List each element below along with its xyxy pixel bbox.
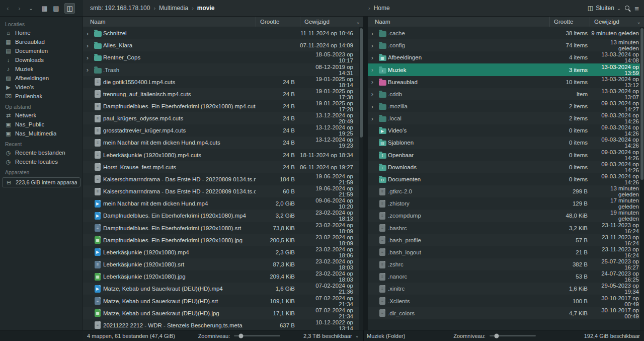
file-row[interactable]: .xinitrc1,6 KiB29-05-2023 op 19:34 (368, 283, 644, 295)
menu-icon[interactable]: ≡ (634, 4, 639, 13)
file-row[interactable]: Matze, Kebab und Sauerkraut (DEU)(HD).jp… (83, 307, 363, 319)
column-header-size[interactable]: Grootte (549, 17, 590, 27)
left-pane-scrollbar[interactable] (359, 27, 363, 330)
file-row[interactable]: mein Nachbar mit dem dicken Hund.mp4.cut… (83, 137, 363, 149)
sidebar-item-bureaublad[interactable]: ▦Bureaublad (0, 37, 83, 46)
file-row[interactable]: Openbaar0 items09-03-2024 op 14:26 (368, 149, 644, 161)
sidebar-item-video-s[interactable]: ▶Video's (0, 83, 83, 92)
expander-icon[interactable]: › (368, 103, 377, 110)
file-row[interactable]: Kaiserschmarrndrama - Das Erste HD - 202… (83, 185, 363, 197)
file-row[interactable]: die gotik1550400.l.mp4.cuts24 B19-01-202… (83, 76, 363, 88)
scrollbar-thumb[interactable] (640, 28, 643, 180)
sidebar-item-muziek[interactable]: ♪Muziek (0, 64, 83, 74)
zoom-slider-knob[interactable] (494, 333, 499, 338)
expander-icon[interactable]: › (368, 91, 377, 97)
file-row[interactable]: .bash_profile57 B23-11-2023 op 16:24 (368, 234, 644, 246)
file-row[interactable]: .zhistory129 B17 minuten geleden (368, 197, 644, 210)
expander-icon[interactable]: › (368, 42, 377, 49)
expander-icon[interactable]: › (368, 66, 377, 73)
file-row[interactable]: ›.local2 items09-03-2024 op 14:26 (368, 112, 644, 124)
file-row[interactable]: ›.mozilla2 items09-03-2024 op 14:27 (368, 100, 644, 112)
expander-icon[interactable]: › (368, 30, 377, 37)
file-row[interactable]: ›Rentner_Cops18-05-2023 op 10:17 (83, 51, 363, 63)
file-row[interactable]: mein Nachbar mit dem dicken Hund.mp42,0 … (83, 197, 363, 210)
file-row[interactable]: Sjablonen0 items09-03-2024 op 14:26 (368, 137, 644, 149)
file-row[interactable]: Leberkäsjunkie (1920x1080).srt87,3 KiB23… (83, 258, 363, 270)
file-row[interactable]: Matze, Kebab und Sauerkraut (DEU)(HD).mp… (83, 283, 363, 295)
sidebar-item-downloads[interactable]: ↓Downloads (0, 55, 83, 64)
file-row[interactable]: Dampfnudelblues. Ein Eberhoferkrimi (192… (83, 222, 363, 234)
zoom-slider[interactable] (490, 335, 536, 336)
file-row[interactable]: ›.config74 items13 minuten geleden (368, 39, 644, 51)
file-row[interactable]: ›.Trash08-12-2019 op 14:31 (83, 63, 363, 76)
icon-view-button[interactable]: ▦ (39, 3, 50, 14)
file-row[interactable]: .nanorc53 B24-07-2023 op 16:25 (368, 270, 644, 283)
sidebar-item-nas-multimedia[interactable]: ▣Nas_Multimedia (0, 129, 83, 138)
sidebar-item-recente-bestanden[interactable]: ◷Recente bestanden (0, 148, 83, 157)
column-header-name[interactable]: Naam (83, 17, 256, 27)
expander-icon[interactable]: › (83, 30, 92, 37)
file-row[interactable]: ›.cddbItem13-03-2024 op 13:07 (368, 88, 644, 100)
file-row[interactable]: Horst_Krause_fest.mp4.cuts24 B06-11-2024… (83, 161, 363, 173)
file-row[interactable]: Leberkäsjunkie (1920x1080).jpg209,4 KiB2… (83, 270, 363, 283)
sidebar-item-nas-public[interactable]: ▣Nas_Public (0, 120, 83, 129)
sort-dropdown-icon[interactable]: ⌄ (637, 19, 641, 25)
search-icon[interactable] (625, 6, 630, 11)
file-row[interactable]: Dampfnudelblues. Ein Eberhoferkrimi (192… (83, 234, 363, 246)
sidebar-item-documenten[interactable]: ▤Documenten (0, 46, 83, 55)
file-row[interactable]: Kaiserschmarrndrama - Das Erste HD - 202… (83, 173, 363, 185)
file-row[interactable]: ›Schnitzel11-11-2024 op 10:46 (83, 27, 363, 39)
expander-icon[interactable]: › (368, 115, 377, 122)
file-row[interactable]: trennung_auf_italienisch.mp4.cuts24 B19-… (83, 88, 363, 100)
file-row[interactable]: paul_krügers_odysse.mp4.cuts24 B13-12-20… (83, 112, 363, 124)
file-row[interactable]: .bashrc3,2 KiB23-11-2023 op 16:24 (368, 222, 644, 234)
right-pane-scrollbar[interactable] (640, 27, 644, 330)
forward-button[interactable]: › (14, 3, 25, 14)
sidebar-item-netwerk[interactable]: ⇄Netwerk (0, 111, 83, 120)
file-row[interactable]: .gtkrc-2.0299 B13 minuten geleden (368, 185, 644, 197)
file-row[interactable]: .zcompdump48,0 KiB19 minuten geleden (368, 210, 644, 222)
breadcrumb-item-smb-192-168-178-100[interactable]: smb: 192.168.178.100 (90, 5, 150, 12)
file-row[interactable]: ›Afbeeldingen4 items13-03-2024 op 14:08 (368, 51, 644, 63)
file-row[interactable]: Documenten0 items09-03-2024 op 14:26 (368, 173, 644, 185)
sidebar-item-afbeeldingen[interactable]: ▨Afbeeldingen (0, 74, 83, 83)
expander-icon[interactable]: › (83, 42, 92, 49)
history-dropdown-icon[interactable]: ⌄ (26, 3, 36, 14)
pane-divider[interactable] (363, 17, 368, 330)
sidebar-item-home[interactable]: ⌂Home (0, 28, 83, 37)
file-row[interactable]: Dampfnudelblues. Ein Eberhoferkrimi (192… (83, 100, 363, 112)
dual-pane-button[interactable]: ◫ (64, 3, 75, 14)
expander-icon[interactable]: › (83, 54, 92, 61)
right-breadcrumb-home[interactable]: Home (374, 5, 390, 12)
file-row[interactable]: Video's0 items09-03-2024 op 14:26 (368, 124, 644, 137)
expander-icon[interactable]: › (83, 66, 92, 73)
file-row[interactable]: Leberkäsjunkie (1920x1080).mp42,3 GiB23-… (83, 246, 363, 258)
sidebar-item-prullenbak[interactable]: ⌧Prullenbak (0, 92, 83, 101)
file-row[interactable]: .bash_logout21 B23-11-2023 op 16:24 (368, 246, 644, 258)
column-header-size[interactable]: Grootte (256, 17, 300, 27)
close-pane-button[interactable]: ◫ Sluiten ⌄ (588, 5, 621, 12)
file-row[interactable]: 20211222 2212 - WDR - Stenzels Bescherun… (83, 319, 363, 330)
file-row[interactable]: .dir_colors4,7 KiB30-10-2017 op 00:49 (368, 307, 644, 319)
file-row[interactable]: .zshrc382 B25-07-2023 op 16:27 (368, 258, 644, 270)
back-button[interactable]: ‹ (3, 3, 13, 14)
file-row[interactable]: Matze, Kebab und Sauerkraut (DEU)(HD).sr… (83, 295, 363, 307)
file-row[interactable]: Leberkäsjunkie (1920x1080).mp4.cuts24 B1… (83, 149, 363, 161)
file-row[interactable]: Dampfnudelblues. Ein Eberhoferkrimi (192… (83, 210, 363, 222)
scrollbar-thumb[interactable] (360, 28, 363, 138)
file-row[interactable]: ›Muziek3 items13-03-2024 op 13:59 (368, 63, 644, 76)
file-row[interactable]: ›Bureaublad10 items13-03-2024 op 13:12 (368, 76, 644, 88)
expander-icon[interactable]: › (368, 54, 377, 61)
sort-dropdown-icon[interactable]: ⌄ (356, 19, 360, 25)
column-header-name[interactable]: Naam (368, 17, 549, 27)
file-row[interactable]: Downloads0 items09-03-2024 op 14:26 (368, 161, 644, 173)
file-row[interactable]: grosstadtrevier_krüger.mp4.cuts24 B13-12… (83, 124, 363, 137)
breadcrumb-item-movie[interactable]: movie (197, 5, 215, 12)
sidebar-item-223-6-gib-intern-apparaat-sda1[interactable]: ⊟223,6 GiB intern apparaat (sda1) (2, 177, 80, 187)
file-row[interactable]: .Xclients100 B30-10-2017 op 00:49 (368, 295, 644, 307)
sidebar-item-recente-locaties[interactable]: ◷Recente locaties (0, 157, 83, 166)
breadcrumb-item-multimedia[interactable]: Multimedia (159, 5, 188, 12)
zoom-slider-knob[interactable] (239, 333, 244, 338)
file-row[interactable]: ›.cache38 items9 minuten geleden (368, 27, 644, 39)
file-row[interactable]: ›Alles_Klara07-11-2024 op 14:09 (83, 39, 363, 51)
